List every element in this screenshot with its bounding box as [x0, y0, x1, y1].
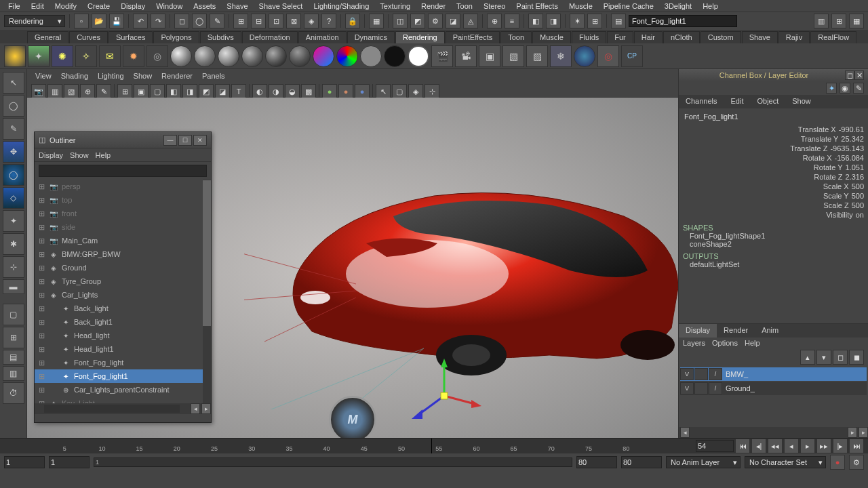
snap-grid-icon[interactable]: ⊞ [233, 14, 248, 28]
open-icon[interactable]: 📂 [92, 14, 106, 28]
graph-icon[interactable]: ⊞ [587, 14, 602, 28]
expose-icon[interactable]: ↖ [376, 84, 391, 99]
play-fwd-icon[interactable]: ▸ [800, 439, 815, 453]
outliner-item-tyregroup[interactable]: ⊞◈Tyre_Group [35, 274, 211, 288]
redo-icon[interactable]: ↷ [151, 14, 165, 28]
shelf-tab-painteffects[interactable]: PaintEffects [446, 31, 500, 43]
outliner-menu-help[interactable]: Help [96, 151, 111, 159]
outliner-menu-show[interactable]: Show [70, 151, 89, 159]
directional-light-icon[interactable]: ✺ [52, 45, 73, 67]
attr-rotatex[interactable]: Rotate X-156.084 [683, 153, 864, 163]
viewmenu-view[interactable]: View [31, 71, 56, 81]
layer-new-sel-icon[interactable]: ◼ [849, 350, 864, 365]
lasso-tool[interactable]: ◯ [3, 95, 24, 117]
layer-scroll-end-icon[interactable]: ▸ [859, 427, 868, 438]
bookmark-icon[interactable]: ▥ [47, 84, 62, 99]
menu-render[interactable]: Render [416, 1, 451, 12]
time-icon[interactable]: ⏱ [3, 382, 24, 404]
snap-point-icon[interactable]: ⊡ [269, 14, 283, 28]
lasso-icon[interactable]: ◯ [192, 14, 207, 28]
viewmenu-renderer[interactable]: Renderer [157, 71, 197, 81]
close-button[interactable]: ✕ [193, 135, 207, 146]
outliner-item-backlight1[interactable]: ⊞✦Back_light1 [35, 315, 211, 329]
shelf-tab-rajiv[interactable]: Rajiv [778, 31, 810, 43]
ipr-icon[interactable]: ◫ [393, 14, 408, 28]
menu-file[interactable]: File [3, 1, 26, 12]
snap-curve-icon[interactable]: ⊟ [251, 14, 266, 28]
outliner-search[interactable] [39, 165, 207, 177]
layout1-icon[interactable]: ▤ [3, 350, 24, 365]
go-end-icon[interactable]: ⏭ [849, 439, 864, 453]
attr-scalez[interactable]: Scale Z500 [683, 201, 864, 210]
attr-translatex[interactable]: Translate X-990.61 [683, 125, 864, 134]
blinn-icon[interactable] [170, 45, 192, 67]
shelf-tab-toon[interactable]: Toon [500, 31, 532, 43]
undo-icon[interactable]: ↶ [133, 14, 148, 28]
layer-scroll-left-icon[interactable]: ◂ [680, 427, 690, 438]
panel-close-icon[interactable]: ✕ [854, 70, 864, 80]
sun-light-icon[interactable] [4, 45, 26, 67]
grid-icon[interactable]: ⊞ [117, 84, 132, 99]
rotate-tool[interactable]: ◯ [3, 164, 24, 186]
menu-display[interactable]: Display [115, 1, 151, 12]
outliner-item-fontfoglight[interactable]: ⊞✦Font_Fog_light [35, 356, 211, 369]
speed-icon[interactable]: ◉ [840, 83, 850, 94]
step-fwd-frame-icon[interactable]: |▸ [833, 439, 848, 453]
outliner-tree[interactable]: ⊞📷persp⊞📷top⊞📷front⊞📷side⊞📷Main_Cam⊞◈BMW… [35, 180, 211, 403]
universal-tool[interactable]: ✦ [3, 210, 24, 232]
outliner-item-headlight[interactable]: ⊞✦Head_light [35, 329, 211, 342]
select-icon[interactable]: ◻ [174, 14, 189, 28]
2d-pan-icon[interactable]: ⊕ [80, 84, 95, 99]
help-icon[interactable]: ? [321, 14, 336, 28]
menu-edit[interactable]: Edit [26, 1, 50, 12]
menu-help[interactable]: Help [697, 1, 724, 12]
layer-tab-anim[interactable]: Anim [755, 324, 785, 338]
viewmenu-show[interactable]: Show [130, 71, 157, 81]
grease-icon[interactable]: ✎ [96, 84, 111, 99]
outliner-item-fontfoglight1[interactable]: ⊞✦Font_Fog_light1 [35, 369, 211, 383]
use-bg-icon[interactable] [360, 45, 382, 67]
snap-plane-icon[interactable]: ⊠ [286, 14, 301, 28]
maximize-button[interactable]: ☐ [178, 135, 192, 146]
layer-tab-display[interactable]: Display [679, 324, 717, 338]
shelf-tab-ncloth[interactable]: nCloth [663, 31, 700, 43]
layer-menu-help[interactable]: Help [745, 339, 760, 347]
surface-shader-icon[interactable] [336, 45, 358, 67]
render-current-icon[interactable]: 🎬 [431, 45, 453, 67]
paint-tool[interactable]: ✎ [3, 118, 24, 140]
shelf-tab-surfaces[interactable]: Surfaces [108, 31, 153, 43]
cam-icon[interactable]: 📷 [31, 84, 46, 99]
menu-muscle[interactable]: Muscle [564, 1, 598, 12]
new-icon[interactable]: ▫ [74, 14, 89, 28]
current-time-field[interactable] [696, 440, 734, 452]
safe-title-icon[interactable]: ◪ [215, 84, 230, 99]
outliner-item-headlight1[interactable]: ⊞✦Head_light1 [35, 342, 211, 356]
hypershade-icon[interactable]: ◪ [446, 14, 460, 28]
menu-lightingshading[interactable]: Lighting/Shading [308, 1, 374, 12]
layer-move-down-icon[interactable]: ▾ [816, 350, 831, 365]
shelf-tab-fluids[interactable]: Fluids [572, 31, 606, 43]
field-chart-icon[interactable]: ◨ [182, 84, 197, 99]
shelf-tab-fur[interactable]: Fur [607, 31, 633, 43]
paint-icon[interactable]: ✎ [210, 14, 224, 28]
menu-delight[interactable]: 3Delight [659, 1, 697, 12]
time-ruler[interactable]: 8075706560555045403530252015105 ⏮ ◂| ◂◂ … [0, 439, 868, 453]
panel-dock-icon[interactable]: ◻ [845, 70, 854, 80]
layer-tab-render[interactable]: Render [717, 324, 755, 338]
select-tool[interactable]: ↖ [3, 72, 24, 94]
phonge-icon[interactable] [241, 45, 263, 67]
step-back-key-icon[interactable]: ◂◂ [768, 439, 783, 453]
shaded-icon[interactable]: ◐ [252, 84, 267, 99]
channel-box-icon[interactable]: ▦ [849, 14, 864, 28]
viewmenu-panels[interactable]: Panels [198, 71, 229, 81]
mode-dropdown[interactable]: Rendering [4, 15, 65, 27]
menu-pipelinecache[interactable]: Pipeline Cache [598, 1, 659, 12]
shelf-tab-general[interactable]: General [27, 31, 68, 43]
shelf-tab-hair[interactable]: Hair [634, 31, 663, 43]
viewport[interactable]: persp ◫ Outliner — ☐ ✕ DisplayShowHelp ⊞… [27, 98, 678, 438]
wireframe-icon[interactable]: T [231, 84, 246, 99]
layer-bmw[interactable]: V/BMW_ [680, 367, 867, 381]
attr-translatey[interactable]: Translate Y25.342 [683, 134, 864, 144]
four-pane-icon[interactable]: ⊞ [3, 327, 24, 348]
tool-settings-icon[interactable]: ⊞ [831, 14, 846, 28]
